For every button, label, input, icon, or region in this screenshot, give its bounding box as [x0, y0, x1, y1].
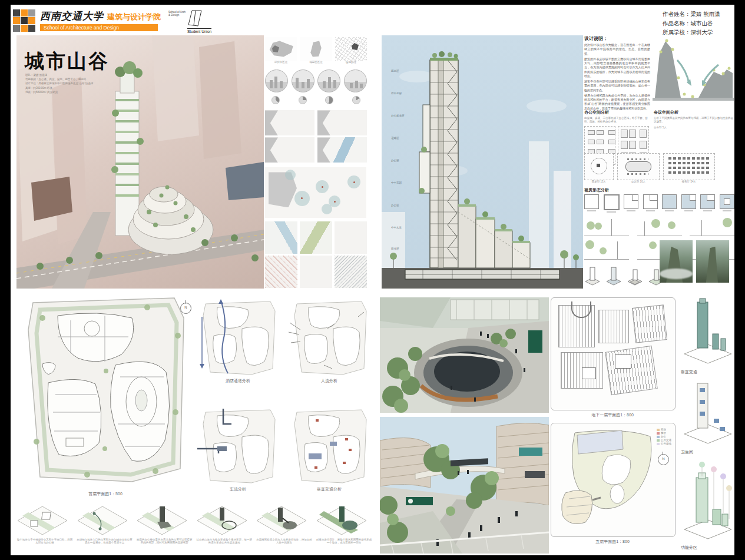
author-info: 作者姓名：梁婧 熊雨潇 作品名称：城市山谷 所属学校：深圳大学: [663, 9, 732, 37]
functional-zoning-axon: [680, 460, 734, 541]
fifth-floor-plan: 商业 餐饮 办公 公共交通 公共绿地 N: [551, 423, 676, 537]
basement-plan: [551, 297, 676, 410]
concept-diagram: 整个地块位于中轴绿带交叉和十字路口处，四周大部分为办公楼: [16, 505, 73, 554]
map-site-grid: [335, 37, 367, 61]
analysis-caption: 消防通道分析: [197, 378, 279, 384]
view-pie-chart: [325, 96, 333, 104]
union-triangle-icon: [187, 9, 204, 27]
vertical-circulation-axon: [680, 297, 734, 366]
view-pie-chart: [271, 96, 280, 104]
department-name-en: School of Architecture and Design: [40, 24, 158, 31]
streetscape-sketch-row1: [584, 216, 734, 236]
poster-subtitle-lines: 团队：梁婧 熊雨潇 功能构成：办公楼、商业、绿化、观景平台、观光塔 设计定位：高…: [25, 73, 114, 94]
school-mosaic-icon: [13, 9, 37, 33]
concept-diagram-row: 整个地块位于中轴绿带交叉和十字路口处，四周大部分为办公楼 在绿轴与地块入口的位置…: [16, 505, 372, 554]
school-logo-block: 西南交通大学建筑与设计学院 School of Architecture and…: [13, 8, 190, 35]
floor-label: 办公层: [391, 204, 399, 207]
design-description: 设计说明： 此次设计以山谷作为概念，旨在营造出一个在高楼林立的城市中脱颖而出的绿…: [584, 35, 650, 112]
core-box: [615, 354, 631, 369]
massing-step: [681, 194, 696, 209]
map-caption: 福田区区位: [300, 61, 332, 64]
floor-label: 空中大堂: [391, 226, 402, 229]
mountain-photos: [660, 240, 729, 283]
vertical-circulation-analysis: 垂直交通分析: [289, 407, 370, 495]
floor-label: 商业层: [391, 247, 399, 250]
panorama-photo: [344, 69, 367, 92]
massing-step: [643, 194, 658, 209]
site-analysis-strip: 深圳市区位 福田区区位 场地肌理: [265, 37, 367, 289]
streetscape-sketch: [690, 216, 734, 236]
concept-caption: 在高楼和裙房之间加入连桥进行连接，增加自然入驻空间层次: [256, 538, 312, 545]
meeting-space-analysis: 会议空间分析 分析了不同类型会议空间的布置与规模，适用于不同人数与性质的会议场景…: [654, 110, 734, 129]
floor-label: 空中花园: [391, 181, 402, 184]
ground-floor-plan: 首层平面图1：500 N: [16, 294, 194, 505]
student-union-logo: School of Arch & Design Student Union: [168, 9, 213, 35]
design-description-column: 设计说明： 此次设计以山谷作为概念，旨在营造出一个在高楼林立的城市中脱颖而出的绿…: [584, 35, 734, 289]
union-label: Student Union: [187, 28, 211, 34]
figure-ground-map: [317, 110, 367, 135]
water-map: [317, 137, 367, 163]
meeting-type-label: 圆桌型 13人: [584, 180, 614, 183]
plans-column: 地下一层平面图1：800 商业 餐饮 办公 公共交通 公共绿地 N 五层平面图1…: [551, 297, 677, 545]
map-caption: 深圳市区位: [265, 61, 297, 64]
thematic-maps-row2: [265, 256, 367, 288]
meeting-analysis-title: 会议空间分析: [654, 110, 734, 115]
fire-lane-analysis: 消防通道分析: [197, 299, 279, 386]
hero-render: 城市山谷 团队：梁婧 熊雨潇 功能构成：办公楼、商业、绿化、观景平台、观光塔 设…: [16, 35, 264, 289]
thematic-map: [300, 256, 332, 288]
meeting-room-diagram: [617, 153, 660, 180]
poster-frame: 西南交通大学建筑与设计学院 School of Architecture and…: [0, 0, 745, 560]
concept-caption: 对建筑进行设计，将整个建筑和周围的绿化形成一个整体，成为景观的一部分: [316, 538, 372, 545]
map-city: [265, 37, 297, 61]
poi-radius-map: [265, 167, 366, 218]
streetscape-sketch: [637, 216, 682, 236]
thematic-map: [335, 221, 367, 254]
panorama-photo: [265, 69, 288, 92]
author-name: 作者姓名：梁婧 熊雨潇: [663, 9, 732, 19]
massing-step: [700, 194, 715, 209]
streetscape-sketch: [584, 239, 629, 260]
concept-diagram: 较高的办公楼体量放在西北角的位置可以获得更开阔的视野，同时可利用周围的高层视野: [136, 505, 193, 554]
green-space-map: [265, 137, 314, 163]
meeting-type-label: 报告厅 54人: [663, 180, 715, 183]
view-pie-row: [265, 96, 367, 104]
tower-massing-icons: [584, 266, 664, 286]
office-analysis-title: 办公空间分析: [584, 110, 649, 115]
axon-label: 卫生间: [681, 449, 734, 455]
massing-step: [624, 194, 638, 209]
location-maps-row: 深圳市区位 福田区区位 场地肌理: [265, 37, 367, 64]
north-arrow-icon: N: [658, 454, 669, 465]
meeting-diagrams-row: 圆桌型 13人 会议型 16人 报告厅 54人: [584, 153, 734, 183]
context-maps-row2: [265, 137, 367, 163]
floor-label: 空中花园: [391, 92, 402, 95]
podium-analysis-title-wrap: 裙房形态分析: [584, 187, 609, 194]
concept-caption: 以自然山体作为概念形成整个建筑形态，每一层的退台形成公共性娱乐场地: [196, 538, 253, 545]
mountain-photo: [660, 240, 693, 283]
streetscape-sketch: [584, 216, 629, 236]
meeting-room-diagram: [584, 153, 614, 180]
thematic-map: [265, 256, 297, 288]
meeting-analysis-note: 分析了不同类型会议空间的布置与规模，适用于不同人数与性质的会议场景。: [654, 117, 734, 124]
thematic-maps-row1: [265, 221, 367, 254]
panorama-photo: [292, 69, 314, 92]
massing-step: [662, 194, 677, 209]
panorama-row: [265, 69, 367, 92]
meeting-type-label: 自由型 5人: [654, 126, 734, 129]
university-name: 西南交通大学: [40, 11, 104, 22]
axon-diagrams-column: 垂直交通 卫生间 功能分区: [680, 297, 734, 555]
map-district: [300, 37, 332, 61]
lecture-hall-diagram: [663, 153, 715, 180]
tower-section-drawing: [382, 35, 583, 289]
plan-legend: 商业 餐饮 办公 公共交通 公共绿地: [657, 428, 671, 446]
pedestrian-flow-analysis: 人流分析: [289, 299, 370, 386]
fifth-floor-caption: 五层平面图1：800: [551, 539, 674, 545]
panorama-photo: [317, 69, 340, 92]
podium-analysis-title: 裙房形态分析: [584, 187, 609, 193]
axon-label: 功能分区: [681, 545, 734, 551]
courtyard-aerial-render: [380, 297, 549, 413]
view-pie-chart: [299, 96, 307, 104]
context-maps-row1: [265, 110, 367, 135]
massing-step: [584, 194, 599, 209]
ground-floor-caption: 首层平面图1：500: [16, 491, 194, 497]
department-name: 建筑与设计学院: [107, 12, 161, 21]
